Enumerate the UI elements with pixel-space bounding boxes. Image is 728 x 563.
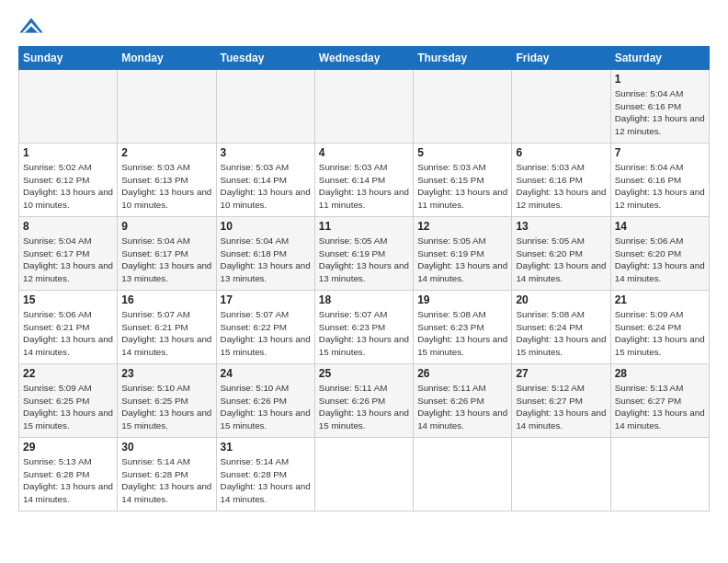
- calendar-cell: 19Sunrise: 5:08 AMSunset: 6:23 PMDayligh…: [414, 291, 512, 364]
- day-number: 13: [516, 220, 606, 233]
- day-header-wednesday: Wednesday: [314, 47, 413, 70]
- cell-details: Sunrise: 5:07 AMSunset: 6:21 PMDaylight:…: [121, 309, 211, 357]
- cell-details: Sunrise: 5:07 AMSunset: 6:23 PMDaylight:…: [319, 309, 409, 357]
- cell-details: Sunrise: 5:06 AMSunset: 6:21 PMDaylight:…: [23, 309, 113, 357]
- calendar-cell: [314, 438, 413, 511]
- week-row-2: 1Sunrise: 5:02 AMSunset: 6:12 PMDaylight…: [19, 144, 710, 217]
- page: SundayMondayTuesdayWednesdayThursdayFrid…: [0, 0, 728, 563]
- week-row-5: 22Sunrise: 5:09 AMSunset: 6:25 PMDayligh…: [19, 364, 710, 438]
- day-number: 3: [221, 146, 311, 159]
- cell-details: Sunrise: 5:11 AMSunset: 6:26 PMDaylight:…: [417, 383, 507, 431]
- calendar-cell: 2Sunrise: 5:03 AMSunset: 6:13 PMDaylight…: [118, 144, 216, 217]
- day-number: 26: [417, 367, 507, 380]
- day-header-saturday: Saturday: [610, 47, 709, 70]
- cell-details: Sunrise: 5:03 AMSunset: 6:14 PMDaylight:…: [221, 162, 311, 210]
- calendar-cell: 5Sunrise: 5:03 AMSunset: 6:15 PMDaylight…: [414, 144, 512, 217]
- cell-details: Sunrise: 5:10 AMSunset: 6:26 PMDaylight:…: [221, 383, 311, 431]
- calendar-cell: 9Sunrise: 5:04 AMSunset: 6:17 PMDaylight…: [118, 217, 216, 291]
- cell-details: Sunrise: 5:08 AMSunset: 6:24 PMDaylight:…: [516, 309, 606, 357]
- day-header-sunday: Sunday: [19, 47, 118, 70]
- cell-details: Sunrise: 5:03 AMSunset: 6:16 PMDaylight:…: [516, 162, 606, 210]
- calendar-cell: 11Sunrise: 5:05 AMSunset: 6:19 PMDayligh…: [314, 217, 413, 291]
- day-number: 16: [121, 293, 211, 306]
- day-number: 23: [121, 367, 211, 380]
- day-number: 17: [221, 293, 311, 306]
- cell-details: Sunrise: 5:05 AMSunset: 6:20 PMDaylight:…: [516, 236, 606, 283]
- cell-details: Sunrise: 5:04 AMSunset: 6:16 PMDaylight:…: [615, 162, 705, 210]
- cell-details: Sunrise: 5:05 AMSunset: 6:19 PMDaylight:…: [319, 236, 409, 283]
- calendar-cell: 22Sunrise: 5:09 AMSunset: 6:25 PMDayligh…: [19, 364, 118, 438]
- calendar-cell: 6Sunrise: 5:03 AMSunset: 6:16 PMDaylight…: [512, 144, 610, 217]
- calendar-cell: 15Sunrise: 5:06 AMSunset: 6:21 PMDayligh…: [19, 291, 118, 364]
- calendar-body: 1Sunrise: 5:04 AMSunset: 6:16 PMDaylight…: [19, 70, 710, 511]
- day-number: 4: [319, 146, 409, 159]
- day-number: 20: [516, 293, 606, 306]
- day-number: 9: [121, 220, 211, 233]
- cell-details: Sunrise: 5:12 AMSunset: 6:27 PMDaylight:…: [516, 383, 606, 431]
- calendar-cell: 1Sunrise: 5:04 AMSunset: 6:16 PMDaylight…: [610, 70, 709, 144]
- calendar-cell: 28Sunrise: 5:13 AMSunset: 6:27 PMDayligh…: [610, 364, 709, 438]
- day-number: 2: [121, 146, 211, 159]
- cell-details: Sunrise: 5:03 AMSunset: 6:14 PMDaylight:…: [319, 162, 409, 210]
- day-header-monday: Monday: [118, 47, 216, 70]
- calendar-table: SundayMondayTuesdayWednesdayThursdayFrid…: [18, 46, 710, 511]
- cell-details: Sunrise: 5:09 AMSunset: 6:25 PMDaylight:…: [23, 383, 113, 431]
- calendar-cell: 13Sunrise: 5:05 AMSunset: 6:20 PMDayligh…: [512, 217, 610, 291]
- header: [18, 15, 710, 40]
- logo-icon: [18, 15, 44, 40]
- cell-details: Sunrise: 5:14 AMSunset: 6:28 PMDaylight:…: [221, 456, 311, 504]
- day-header-tuesday: Tuesday: [216, 47, 314, 70]
- calendar-cell: [314, 70, 413, 144]
- day-number: 15: [23, 293, 113, 306]
- day-number: 10: [221, 220, 311, 233]
- calendar-cell: [19, 70, 118, 144]
- cell-details: Sunrise: 5:11 AMSunset: 6:26 PMDaylight:…: [319, 383, 409, 431]
- day-number: 14: [615, 220, 705, 233]
- calendar-cell: 12Sunrise: 5:05 AMSunset: 6:19 PMDayligh…: [414, 217, 512, 291]
- calendar-cell: 4Sunrise: 5:03 AMSunset: 6:14 PMDaylight…: [314, 144, 413, 217]
- day-number: 5: [417, 146, 507, 159]
- calendar-cell: 20Sunrise: 5:08 AMSunset: 6:24 PMDayligh…: [512, 291, 610, 364]
- cell-details: Sunrise: 5:05 AMSunset: 6:19 PMDaylight:…: [417, 236, 507, 283]
- cell-details: Sunrise: 5:04 AMSunset: 6:18 PMDaylight:…: [221, 236, 311, 283]
- calendar-cell: 18Sunrise: 5:07 AMSunset: 6:23 PMDayligh…: [314, 291, 413, 364]
- calendar-cell: 23Sunrise: 5:10 AMSunset: 6:25 PMDayligh…: [118, 364, 216, 438]
- cell-details: Sunrise: 5:03 AMSunset: 6:15 PMDaylight:…: [417, 162, 507, 210]
- day-number: 29: [23, 441, 113, 454]
- day-number: 24: [221, 367, 311, 380]
- cell-details: Sunrise: 5:04 AMSunset: 6:17 PMDaylight:…: [23, 236, 113, 283]
- cell-details: Sunrise: 5:14 AMSunset: 6:28 PMDaylight:…: [121, 456, 211, 504]
- day-number: 1: [23, 146, 113, 159]
- cell-details: Sunrise: 5:10 AMSunset: 6:25 PMDaylight:…: [121, 383, 211, 431]
- week-row-4: 15Sunrise: 5:06 AMSunset: 6:21 PMDayligh…: [19, 291, 710, 364]
- calendar-cell: 25Sunrise: 5:11 AMSunset: 6:26 PMDayligh…: [314, 364, 413, 438]
- day-number: 27: [516, 367, 606, 380]
- day-number: 7: [615, 146, 705, 159]
- day-number: 18: [319, 293, 409, 306]
- calendar-cell: [118, 70, 216, 144]
- day-number: 11: [319, 220, 409, 233]
- calendar-cell: 24Sunrise: 5:10 AMSunset: 6:26 PMDayligh…: [216, 364, 314, 438]
- day-number: 31: [221, 441, 311, 454]
- calendar-cell: 14Sunrise: 5:06 AMSunset: 6:20 PMDayligh…: [610, 217, 709, 291]
- cell-details: Sunrise: 5:06 AMSunset: 6:20 PMDaylight:…: [615, 236, 705, 283]
- calendar-cell: 30Sunrise: 5:14 AMSunset: 6:28 PMDayligh…: [118, 438, 216, 511]
- calendar-cell: 26Sunrise: 5:11 AMSunset: 6:26 PMDayligh…: [414, 364, 512, 438]
- calendar-cell: [610, 438, 709, 511]
- calendar-cell: [512, 70, 610, 144]
- cell-details: Sunrise: 5:04 AMSunset: 6:16 PMDaylight:…: [615, 88, 705, 136]
- calendar-cell: [512, 438, 610, 511]
- cell-details: Sunrise: 5:13 AMSunset: 6:27 PMDaylight:…: [615, 383, 705, 431]
- day-number: 25: [319, 367, 409, 380]
- calendar-cell: 21Sunrise: 5:09 AMSunset: 6:24 PMDayligh…: [610, 291, 709, 364]
- calendar-cell: [216, 70, 314, 144]
- cell-details: Sunrise: 5:02 AMSunset: 6:12 PMDaylight:…: [23, 162, 113, 210]
- logo: [18, 15, 48, 40]
- week-row-1: 1Sunrise: 5:04 AMSunset: 6:16 PMDaylight…: [19, 70, 710, 144]
- day-number: 21: [615, 293, 705, 306]
- calendar-cell: 29Sunrise: 5:13 AMSunset: 6:28 PMDayligh…: [19, 438, 118, 511]
- calendar-cell: 7Sunrise: 5:04 AMSunset: 6:16 PMDaylight…: [610, 144, 709, 217]
- cell-details: Sunrise: 5:04 AMSunset: 6:17 PMDaylight:…: [121, 236, 211, 283]
- day-number: 6: [516, 146, 606, 159]
- calendar-cell: 3Sunrise: 5:03 AMSunset: 6:14 PMDaylight…: [216, 144, 314, 217]
